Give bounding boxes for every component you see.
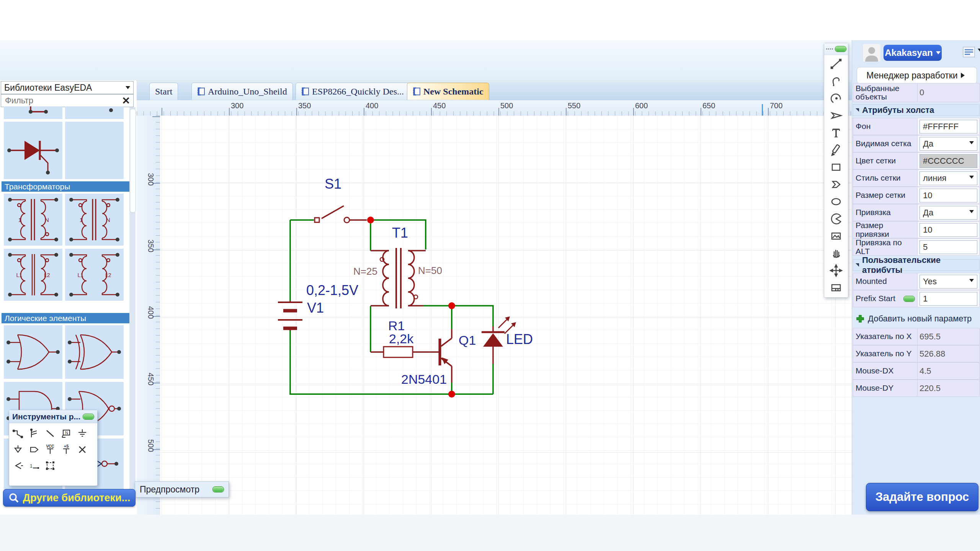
wire-tool-icon[interactable] (10, 425, 26, 442)
dev-manager-button[interactable]: Менеджер разработки (857, 67, 977, 84)
arrow-tool-icon[interactable] (824, 107, 848, 124)
bg-color-input[interactable]: #FFFFFF (920, 120, 977, 134)
preview-minimize-toggle[interactable] (212, 486, 224, 492)
library-item-transformer-l1l2-alt[interactable]: L1 L2 (65, 249, 124, 301)
bezier-tool-icon[interactable] (824, 72, 848, 90)
svg-text:L1: L1 (16, 272, 22, 278)
section-logic[interactable]: Логические элементы (2, 313, 130, 323)
transformer-t1[interactable] (371, 248, 426, 308)
minimize-toggle[interactable] (835, 46, 846, 52)
vcc-flag-tool-icon[interactable]: VCC (42, 442, 58, 458)
no-connect-tool-icon[interactable] (74, 442, 90, 458)
text-tool-icon[interactable] (824, 124, 848, 141)
library-item-transformer-1n-alt[interactable]: 1 N (65, 194, 124, 246)
grid-style-select[interactable]: линия (920, 171, 977, 185)
group-select-tool-icon[interactable] (42, 458, 58, 474)
library-item-xor-gate[interactable] (65, 325, 124, 379)
dev-manager-label: Менеджер разработки (866, 70, 957, 81)
library-item-transformer-1n[interactable]: 1 N (4, 194, 62, 246)
netport-tool-icon[interactable] (10, 458, 26, 474)
prefix-start-input[interactable]: 1 (920, 292, 977, 306)
label-t1[interactable]: T1 (392, 225, 408, 241)
tab-esp8266[interactable]: ESP8266_Quickly Des... (296, 83, 410, 100)
schematic-canvas[interactable]: S1 0,2-1,5V V1 T1 N=25 N=50 R1 2,2k Q1 2… (160, 116, 852, 515)
library-item-partial[interactable] (4, 106, 62, 119)
schematic-drawing[interactable] (160, 116, 852, 515)
pan-hand-tool-icon[interactable] (824, 245, 848, 262)
section-transformers[interactable]: Трансформаторы (2, 181, 130, 192)
svg-text:L2: L2 (44, 272, 50, 278)
tab-new-schematic[interactable]: New Schematic (407, 83, 489, 100)
sidebar-scrollbar-thumb[interactable] (130, 109, 136, 213)
snap-select[interactable]: Да (920, 206, 977, 220)
selected-objects-value: 0 (917, 83, 980, 102)
ask-question-button[interactable]: Задайте вопрос (866, 483, 978, 511)
ground-tool-icon[interactable] (74, 425, 90, 442)
image-tool-icon[interactable] (824, 227, 848, 245)
label-n-primary[interactable]: N=25 (353, 266, 377, 277)
mounted-select[interactable]: Yes (920, 275, 977, 289)
snap-size-input[interactable]: 10 (920, 223, 977, 237)
wire-tool-icon[interactable] (824, 55, 848, 72)
library-item-or-gate[interactable] (4, 325, 62, 379)
section-custom-attributes[interactable]: Пользовательские атрибуты (853, 259, 980, 271)
avatar[interactable] (863, 44, 880, 62)
sheet-settings-tool-icon[interactable] (824, 279, 848, 296)
library-item-empty[interactable] (65, 122, 124, 179)
preview-title: Предпросмотр (140, 484, 199, 495)
netlabel-tool-icon[interactable]: N (58, 425, 74, 442)
add-parameter-row[interactable]: Добавить новый параметр (853, 313, 980, 324)
drag-handle-icon[interactable] (826, 48, 833, 50)
tab-arduino-uno-sheild[interactable]: Arduino_Uno_Sheild (191, 83, 293, 100)
library-item-partial[interactable] (65, 106, 124, 119)
pie-tool-icon[interactable] (824, 210, 848, 227)
cursor-x-value: 695.5 (917, 328, 980, 345)
wiring-tools-header[interactable]: Инструменты р... (9, 410, 97, 423)
prefix-toggle[interactable] (903, 296, 915, 302)
tab-start[interactable]: Start (149, 83, 178, 100)
grid-color-input[interactable]: #CCCCCC (920, 154, 977, 168)
ground-triangle-tool-icon[interactable] (10, 442, 26, 458)
ellipse-tool-icon[interactable] (824, 193, 848, 210)
wiring-tools-minimize-toggle[interactable] (83, 414, 94, 420)
polygon-tool-icon[interactable] (824, 176, 848, 193)
more-libraries-button[interactable]: Другие библиотеки... (3, 489, 136, 507)
prop-label: Mouse-DX (853, 362, 917, 380)
label-n-secondary[interactable]: N=50 (418, 265, 442, 277)
library-item-thyristor[interactable] (4, 122, 62, 179)
filter-input[interactable] (4, 95, 117, 106)
label-v1[interactable]: V1 (307, 300, 324, 316)
prop-label: Цвет сетки (853, 152, 917, 170)
library-source-select[interactable]: Библиотеки EasyEDA (1, 81, 134, 94)
label-r1-value[interactable]: 2,2k (389, 331, 413, 346)
drawing-tools-header[interactable] (824, 43, 848, 55)
label-q1[interactable]: Q1 (459, 333, 476, 348)
section-canvas-attributes[interactable]: Атрибуты холста (853, 104, 980, 116)
library-select-caret (126, 86, 130, 91)
battery-v1[interactable] (278, 301, 302, 331)
plus5-flag-tool-icon[interactable]: +5 (58, 442, 74, 458)
label-q1-part[interactable]: 2N5401 (401, 372, 447, 387)
label-v1-value[interactable]: 0,2-1,5V (306, 282, 358, 298)
resistor-r1[interactable] (371, 347, 439, 357)
label-s1[interactable]: S1 (325, 176, 341, 192)
user-menu-button[interactable]: Akakasyan (884, 45, 942, 61)
bus-entry-tool-icon[interactable] (26, 425, 42, 442)
preview-panel-header[interactable]: Предпросмотр (135, 481, 229, 497)
library-item-transformer-l1l2[interactable]: L1 L2 (4, 249, 62, 301)
line-tool-icon[interactable] (42, 425, 58, 442)
move-tool-icon[interactable] (824, 262, 848, 279)
rect-tool-icon[interactable] (824, 158, 848, 176)
netflag-tool-icon[interactable] (26, 442, 42, 458)
filter-clear-icon[interactable]: ✕ (122, 95, 130, 107)
grid-visible-select[interactable]: Да (920, 137, 977, 151)
panel-menu-button[interactable] (962, 46, 980, 58)
arc-tool-icon[interactable] (824, 90, 848, 107)
prop-row-prefix-start: Prefix Start 1 (853, 290, 980, 307)
switch-s1[interactable] (315, 206, 367, 223)
pen-tool-icon[interactable] (824, 141, 848, 158)
alt-snap-input[interactable]: 5 (920, 240, 977, 254)
grid-size-input[interactable]: 10 (920, 189, 977, 202)
pin-tool-icon[interactable]: 1 (26, 458, 42, 474)
label-led[interactable]: LED (506, 331, 533, 347)
